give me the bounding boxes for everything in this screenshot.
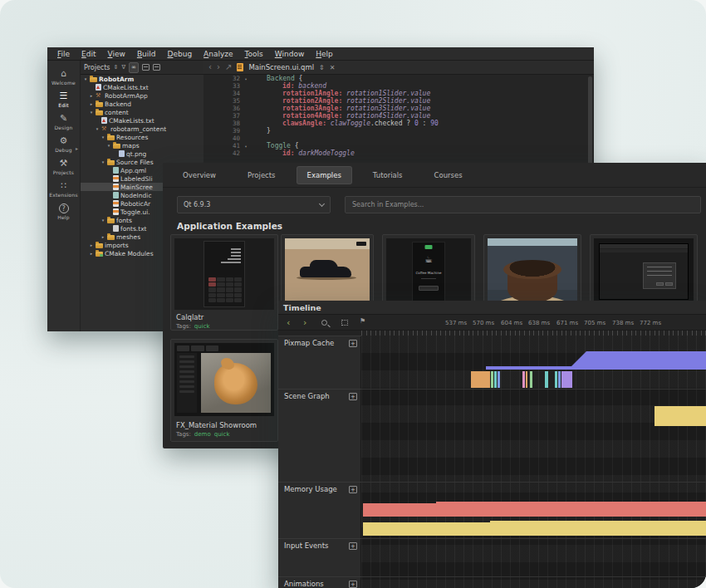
- tag[interactable]: demo: [194, 431, 211, 438]
- back-icon[interactable]: ‹: [208, 61, 212, 73]
- menu-item-tools[interactable]: Tools: [239, 47, 269, 61]
- search-icon[interactable]: [321, 320, 327, 326]
- tree-item-robotarmapp[interactable]: ▸⚒RobotArmApp: [81, 91, 203, 100]
- sidebar-item-projects[interactable]: ⚒Projects: [47, 159, 81, 175]
- tree-item-resources[interactable]: ▾Resources: [81, 133, 203, 141]
- filter-flag-icon[interactable]: ⚑: [360, 317, 365, 325]
- pane-switch-icon[interactable]: ⇕: [114, 63, 119, 72]
- img-icon: [119, 150, 125, 157]
- line-number: 38: [203, 120, 240, 127]
- expand-row-icon[interactable]: +: [349, 581, 357, 588]
- expand-row-icon[interactable]: +: [349, 486, 357, 493]
- sidebar-item-extensions[interactable]: ∷Extensions: [47, 181, 81, 198]
- tree-item-backend[interactable]: ▸Backend: [81, 100, 203, 108]
- expand-arrow-icon[interactable]: ▸: [101, 234, 105, 239]
- menu-item-analyze[interactable]: Analyze: [198, 47, 238, 61]
- examples-search-input[interactable]: Search in Examples...: [345, 196, 701, 213]
- tree-item-label: NodeIndic: [120, 192, 152, 199]
- forward-icon[interactable]: ›: [217, 61, 220, 73]
- tree-item-maps[interactable]: ▾maps: [81, 141, 203, 149]
- sidebar-item-label: Help: [57, 214, 69, 220]
- expand-row-icon[interactable]: +: [349, 340, 357, 347]
- menu-item-build[interactable]: Build: [131, 47, 162, 61]
- timeline-row-memory-usage[interactable]: Memory Usage+: [278, 482, 361, 538]
- fold-marker-icon[interactable]: ▾: [240, 144, 252, 149]
- tree-item-label: CMakeLists.txt: [103, 84, 149, 91]
- expand-arrow-icon[interactable]: ▸: [89, 243, 94, 247]
- close-document-icon[interactable]: ✕: [330, 64, 336, 71]
- ui-icon: [113, 208, 119, 215]
- timeline-row-pixmap-cache[interactable]: Pixmap Cache+: [278, 336, 361, 389]
- menu-item-debug[interactable]: Debug: [162, 47, 199, 61]
- collapse-arrow-icon[interactable]: ▾: [83, 76, 88, 81]
- sidebar-item-design[interactable]: ✎Design: [47, 114, 81, 130]
- collapse-arrow-icon[interactable]: ▾: [106, 143, 111, 148]
- expand-row-icon[interactable]: +: [349, 393, 357, 400]
- next-event-icon[interactable]: ›: [303, 316, 306, 329]
- sidebar-item-welcome[interactable]: ⌂Welcome: [47, 69, 81, 86]
- collapse-arrow-icon[interactable]: ▾: [101, 135, 105, 140]
- menu-item-view[interactable]: View: [102, 47, 131, 61]
- fold-marker-icon[interactable]: ▾: [240, 76, 252, 81]
- tab-overview[interactable]: Overview: [173, 167, 226, 184]
- example-card-calqlatr[interactable]: Calqlatr Tags: quick: [170, 234, 278, 331]
- tab-examples[interactable]: Examples: [297, 167, 351, 184]
- menu-item-edit[interactable]: Edit: [76, 47, 101, 61]
- collapse-arrow-icon[interactable]: ▾: [89, 110, 94, 115]
- timeline-toolbar: ‹ › ⚑ 537 ms570 ms604 ms638 ms671 ms705 …: [278, 315, 706, 331]
- menu-item-help[interactable]: Help: [310, 47, 339, 61]
- code-text: }: [252, 127, 271, 135]
- expand-arrow-icon[interactable]: ▸: [89, 251, 94, 256]
- link-with-editor-icon[interactable]: ∞: [129, 62, 139, 73]
- collapse-arrow-icon[interactable]: ▾: [101, 218, 105, 223]
- collapse-arrow-icon[interactable]: ▾: [95, 126, 100, 131]
- projects-icon: ⚒: [60, 159, 68, 169]
- tab-tutorials[interactable]: Tutorials: [363, 167, 413, 184]
- tree-item-cmakelists-txt[interactable]: CMakeLists.txt: [81, 116, 203, 125]
- timeline-row-animations[interactable]: Animations+: [278, 576, 361, 588]
- example-card-fx-material-showroom[interactable]: FX_Material Showroom Tags: demo quick: [170, 339, 278, 442]
- code-line-34: 34rotation1Angle: rotation1Slider.value: [203, 90, 594, 97]
- code-line-40: 40: [203, 135, 594, 142]
- range-select-icon[interactable]: [341, 320, 348, 326]
- tree-item-cmakelists-txt[interactable]: CMakeLists.txt: [81, 83, 203, 91]
- tag[interactable]: quick: [194, 323, 210, 330]
- sidebar-item-help[interactable]: ?Help: [47, 203, 81, 220]
- debug-icon: ⚙: [60, 136, 68, 146]
- expand-row-icon[interactable]: +: [349, 542, 357, 550]
- folder-icon: [113, 144, 120, 149]
- timeline-chart[interactable]: [361, 336, 706, 588]
- prev-event-icon[interactable]: ‹: [287, 316, 290, 329]
- qt-version-select[interactable]: Qt 6.9.3: [177, 196, 331, 213]
- tree-item-qt-png[interactable]: qt.png: [81, 149, 203, 158]
- open-external-icon[interactable]: ↗: [225, 61, 232, 73]
- card-tags: Tags: quick: [176, 323, 210, 330]
- timeline-row-input-events[interactable]: Input Events+: [278, 538, 361, 576]
- timeline-row-scene-graph[interactable]: Scene Graph+: [278, 389, 361, 482]
- expand-arrow-icon[interactable]: ▸: [89, 93, 94, 98]
- tag[interactable]: quick: [214, 431, 230, 438]
- editor-tab[interactable]: MainScreen.ui.qml: [248, 63, 314, 71]
- thumb-badge: [356, 242, 366, 246]
- expand-arrow-icon[interactable]: ▸: [89, 101, 94, 106]
- menu-item-file[interactable]: File: [51, 47, 76, 61]
- document-switch-icon[interactable]: ⇕: [319, 64, 325, 71]
- line-number: 42: [203, 149, 240, 157]
- projects-pane-title[interactable]: Projects: [84, 64, 110, 71]
- tree-item-robotarm[interactable]: ▾RobotArm: [81, 75, 203, 83]
- tab-courses[interactable]: Courses: [424, 167, 473, 184]
- close-pane-icon[interactable]: [153, 64, 160, 71]
- split-pane-icon[interactable]: [142, 64, 150, 71]
- tree-item-robotarm-content[interactable]: ▾⚒robotarm_content: [81, 125, 203, 133]
- collapse-arrow-icon[interactable]: ▾: [101, 159, 105, 164]
- menu-item-window[interactable]: Window: [269, 47, 311, 61]
- tags-label: Tags:: [176, 323, 191, 330]
- tab-projects[interactable]: Projects: [238, 167, 286, 184]
- filter-icon[interactable]: ∇: [121, 63, 125, 72]
- tree-item-content[interactable]: ▾content: [81, 108, 203, 116]
- sidebar-item-edit[interactable]: ☰Edit: [47, 91, 81, 108]
- help-icon: ?: [59, 203, 69, 213]
- editor-scrollbar[interactable]: [588, 76, 592, 176]
- row-label: Animations: [284, 580, 324, 588]
- chevron-down-icon: [319, 200, 325, 206]
